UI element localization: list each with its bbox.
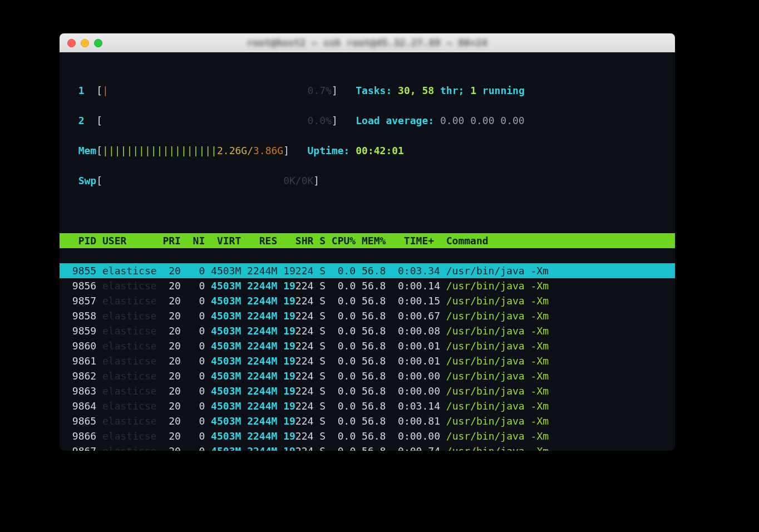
load-average: 0.00 0.00 0.00 (440, 115, 525, 126)
process-row[interactable]: 9863 elasticse 20 0 4503M 2244M 19224 S … (60, 383, 675, 398)
terminal-window: root@host2 — ssh root@45.32.27.89 — 80×2… (60, 33, 675, 451)
process-row[interactable]: 9864 elasticse 20 0 4503M 2244M 19224 S … (60, 398, 675, 413)
process-row[interactable]: 9861 elasticse 20 0 4503M 2244M 19224 S … (60, 353, 675, 368)
process-row[interactable]: 9865 elasticse 20 0 4503M 2244M 19224 S … (60, 413, 675, 428)
uptime-label: Uptime: (308, 145, 356, 156)
process-row[interactable]: 9855 elasticse 20 0 4503M 2244M 19224 S … (60, 263, 675, 278)
process-row[interactable]: 9867 elasticse 20 0 4503M 2244M 19224 S … (60, 444, 675, 451)
minimize-icon[interactable] (81, 39, 89, 47)
load-label: Load average: (356, 115, 440, 126)
process-row[interactable]: 9859 elasticse 20 0 4503M 2244M 19224 S … (60, 323, 675, 338)
tasks-label: Tasks: (356, 85, 398, 96)
window-title: root@host2 — ssh root@45.32.27.89 — 80×2… (247, 37, 487, 48)
thread-count: 58 (422, 85, 434, 96)
cpu2-meter: 2 [ 0.0%] Load average: 0.00 0.00 0.00 (60, 113, 675, 128)
uptime-value: 00:42:01 (356, 145, 404, 156)
tasks-count: 30, (398, 85, 422, 96)
process-row[interactable]: 9856 elasticse 20 0 4503M 2244M 19224 S … (60, 278, 675, 293)
running-count: 1 (470, 85, 476, 96)
process-table-body: 9855 elasticse 20 0 4503M 2244M 19224 S … (60, 263, 675, 451)
blank-line (60, 203, 675, 218)
process-row[interactable]: 9866 elasticse 20 0 4503M 2244M 19224 S … (60, 428, 675, 444)
process-table-header[interactable]: PID USER PRI NI VIRT RES SHR S CPU% MEM%… (60, 233, 675, 248)
window-titlebar[interactable]: root@host2 — ssh root@45.32.27.89 — 80×2… (60, 33, 675, 53)
maximize-icon[interactable] (94, 39, 102, 47)
process-row[interactable]: 9858 elasticse 20 0 4503M 2244M 19224 S … (60, 308, 675, 323)
process-row[interactable]: 9860 elasticse 20 0 4503M 2244M 19224 S … (60, 338, 675, 353)
window-controls (67, 39, 102, 47)
close-icon[interactable] (67, 39, 76, 47)
swp-meter: Swp[ 0K/0K] (60, 173, 675, 188)
cpu1-meter: 1 [| 0.7%] Tasks: 30, 58 thr; 1 running (60, 83, 675, 98)
process-row[interactable]: 9857 elasticse 20 0 4503M 2244M 19224 S … (60, 293, 675, 308)
process-row[interactable]: 9862 elasticse 20 0 4503M 2244M 19224 S … (60, 368, 675, 383)
terminal-body[interactable]: 1 [| 0.7%] Tasks: 30, 58 thr; 1 running … (60, 52, 675, 451)
mem-meter: Mem[|||||||||||||||||||2.26G/3.86G] Upti… (60, 143, 675, 158)
